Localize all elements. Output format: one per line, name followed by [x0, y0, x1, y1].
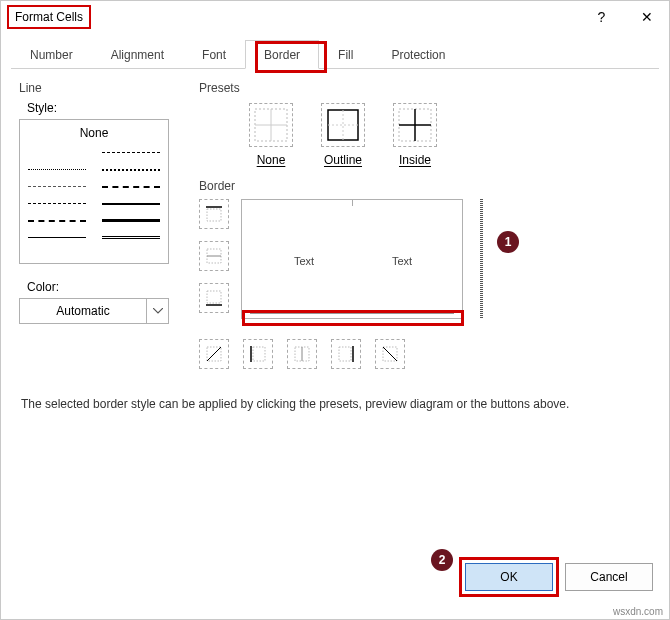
content-area: Line Style: None [1, 69, 669, 379]
preset-outline-icon [321, 103, 365, 147]
tab-number[interactable]: Number [11, 40, 92, 69]
tab-border[interactable]: Border [245, 40, 319, 69]
tab-protection[interactable]: Protection [372, 40, 464, 69]
watermark: wsxdn.com [613, 606, 663, 617]
color-picker[interactable]: Automatic [19, 298, 169, 324]
style-label: Style: [27, 101, 179, 115]
close-button[interactable]: ✕ [624, 2, 669, 32]
line-style-item[interactable] [94, 195, 168, 212]
preset-inside-icon [393, 103, 437, 147]
line-style-item[interactable] [20, 229, 94, 246]
tab-bar: Number Alignment Font Border Fill Protec… [11, 39, 659, 69]
presets-group-label: Presets [199, 81, 651, 95]
line-group: Line Style: None [19, 81, 179, 369]
tab-alignment[interactable]: Alignment [92, 40, 183, 69]
preset-none[interactable]: None [249, 103, 293, 167]
border-bottom-button[interactable] [199, 283, 229, 313]
tab-fill[interactable]: Fill [319, 40, 372, 69]
border-bottom-row-buttons [199, 339, 463, 369]
line-group-label: Line [19, 81, 179, 95]
chevron-down-icon[interactable] [147, 298, 169, 324]
line-style-item[interactable] [20, 195, 94, 212]
line-style-list[interactable]: None [19, 119, 169, 264]
svg-line-24 [383, 347, 397, 361]
preview-text-1: Text [294, 255, 314, 267]
svg-rect-21 [339, 347, 351, 361]
preview-text-2: Text [392, 255, 412, 267]
border-section: Text Text [199, 199, 651, 369]
border-group-label: Border [199, 179, 651, 193]
line-style-item[interactable] [94, 144, 168, 161]
line-style-item[interactable] [94, 212, 168, 229]
border-diag-up-button[interactable] [199, 339, 229, 369]
ok-button[interactable]: OK [465, 563, 553, 591]
line-style-item[interactable] [20, 178, 94, 195]
line-style-none[interactable]: None [20, 120, 168, 144]
line-style-item[interactable] [20, 144, 94, 161]
border-left-button[interactable] [243, 339, 273, 369]
border-right-button[interactable] [331, 339, 361, 369]
line-style-item[interactable] [94, 161, 168, 178]
border-preview[interactable]: Text Text [241, 199, 463, 319]
help-button[interactable]: ? [579, 2, 624, 32]
cancel-button[interactable]: Cancel [565, 563, 653, 591]
svg-rect-13 [207, 291, 221, 303]
format-cells-dialog: Format Cells ? ✕ Number Alignment Font B… [0, 0, 670, 620]
preset-outline-label: Outline [324, 153, 362, 167]
border-top-button[interactable] [199, 199, 229, 229]
svg-rect-10 [207, 209, 221, 221]
presets-row: None Outline Inside [249, 103, 651, 167]
annotation-badge-2: 2 [431, 549, 453, 571]
help-text: The selected border style can be applied… [1, 379, 669, 411]
preset-outline[interactable]: Outline [321, 103, 365, 167]
svg-rect-18 [253, 347, 265, 361]
svg-line-16 [207, 347, 221, 361]
border-diag-down-button[interactable] [375, 339, 405, 369]
window-title: Format Cells [11, 10, 87, 24]
titlebar: Format Cells ? ✕ [1, 1, 669, 33]
dialog-footer: 2 OK Cancel [431, 549, 653, 605]
line-style-item[interactable] [20, 161, 94, 178]
border-side-buttons [199, 199, 233, 313]
color-value: Automatic [56, 304, 109, 318]
preset-none-label: None [257, 153, 286, 167]
line-style-item[interactable] [94, 229, 168, 246]
color-label: Color: [27, 280, 179, 294]
preset-inside-label: Inside [399, 153, 431, 167]
line-style-item[interactable] [94, 178, 168, 195]
tab-font[interactable]: Font [183, 40, 245, 69]
annotation-badge-1: 1 [497, 231, 519, 253]
line-style-item[interactable] [20, 212, 94, 229]
preset-inside[interactable]: Inside [393, 103, 437, 167]
color-select[interactable]: Automatic [19, 298, 147, 324]
border-middle-h-button[interactable] [199, 241, 229, 271]
border-middle-v-button[interactable] [287, 339, 317, 369]
right-column: Presets None Outline [199, 81, 651, 369]
preset-none-icon [249, 103, 293, 147]
